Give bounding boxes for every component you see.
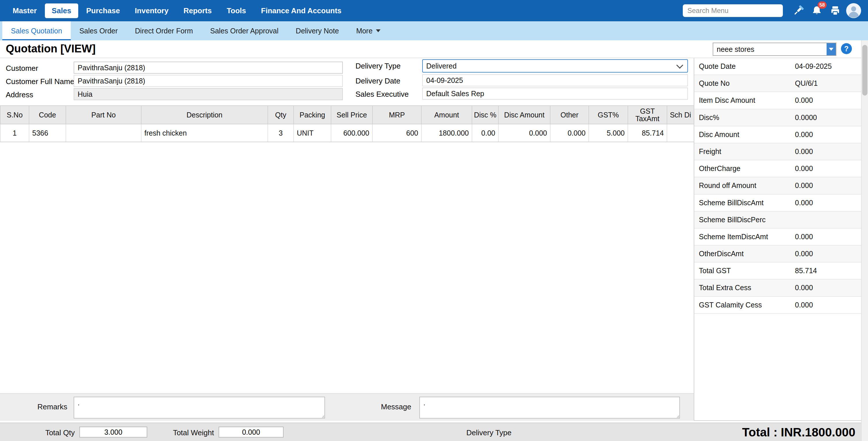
- print-icon[interactable]: [827, 2, 844, 19]
- help-button[interactable]: ?: [841, 43, 852, 54]
- summary-value: 0.000: [795, 249, 813, 258]
- customer-input[interactable]: [74, 62, 343, 74]
- summary-label: Disc%: [699, 113, 719, 122]
- tab-delivery-note[interactable]: Delivery Note: [287, 21, 347, 40]
- tab-sales-order-approval[interactable]: Sales Order Approval: [202, 21, 287, 40]
- summary-value: 0.000: [795, 301, 813, 309]
- summary-row-disc: Disc%0.0000: [694, 109, 861, 126]
- sales-executive-label: Sales Executive: [355, 90, 409, 99]
- notifications-bell-icon[interactable]: 58: [808, 2, 826, 19]
- table-cell: 5.000: [589, 124, 628, 142]
- summary-label: OtherDiscAmt: [699, 249, 744, 258]
- summary-label: Scheme ItemDiscAmt: [699, 233, 768, 241]
- page-title: Quotation [VIEW]: [6, 42, 95, 55]
- tab-sales-quotation[interactable]: Sales Quotation: [2, 21, 71, 40]
- total-weight-input[interactable]: [219, 427, 284, 438]
- nav-item-sales[interactable]: Sales: [45, 3, 78, 18]
- summary-row-quote-no: Quote NoQU/6/1: [694, 75, 861, 92]
- customer-label: Customer: [6, 64, 38, 73]
- summary-row-otherdiscamt: OtherDiscAmt0.000: [694, 245, 861, 263]
- tab-label: Delivery Note: [296, 27, 339, 35]
- grand-total: Total : INR.1800.000: [742, 425, 855, 439]
- vertical-scrollbar[interactable]: [861, 40, 868, 441]
- delivery-date-label: Delivery Date: [355, 77, 400, 86]
- delivery-type-select[interactable]: Delivered: [422, 59, 688, 72]
- nav-menu: MasterSalesPurchaseInventoryReportsTools…: [6, 3, 348, 18]
- address-label: Address: [6, 90, 33, 99]
- summary-label: Total Extra Cess: [699, 284, 751, 292]
- tab-label: Direct Order Form: [135, 27, 193, 35]
- summary-value: 04-09-2025: [795, 62, 832, 70]
- user-avatar[interactable]: [845, 2, 862, 19]
- store-dropdown-arrow-icon[interactable]: [827, 43, 836, 55]
- tab-direct-order-form[interactable]: Direct Order Form: [126, 21, 201, 40]
- message-textarea[interactable]: .: [419, 397, 680, 418]
- tools-icon-svg: [792, 4, 805, 17]
- erp-window: MasterSalesPurchaseInventoryReportsTools…: [0, 0, 868, 441]
- footer-delivery-type-label: Delivery Type: [446, 428, 532, 437]
- table-cell: fresh chicken: [141, 124, 268, 142]
- summary-value: 0.000: [795, 284, 813, 292]
- tab-label: Sales Quotation: [11, 27, 62, 35]
- remarks-label: Remarks: [6, 403, 67, 411]
- table-cell: 1: [0, 124, 29, 142]
- customer-full-name-label: Customer Full Name: [6, 77, 74, 86]
- column-header-mrp: MRP: [372, 106, 421, 124]
- nav-item-reports[interactable]: Reports: [177, 3, 219, 18]
- items-table: S.NoCodePart NoDescriptionQtyPackingSell…: [0, 105, 694, 142]
- summary-label: OtherCharge: [699, 165, 741, 173]
- summary-label: Quote No: [699, 79, 730, 88]
- nav-item-tools[interactable]: Tools: [220, 3, 253, 18]
- table-body: 15366fresh chicken3UNIT600.0006001800.00…: [0, 124, 694, 142]
- summary-value: 0.000: [795, 181, 813, 190]
- scrollbar-thumb[interactable]: [862, 45, 867, 95]
- summary-row-scheme-billdiscperc: Scheme BillDiscPerc: [694, 212, 861, 229]
- column-header-sch-di: Sch Di: [667, 106, 694, 124]
- summary-label: Disc Amount: [699, 130, 739, 139]
- summary-value: 0.000: [795, 147, 813, 156]
- nav-item-finance-and-accounts[interactable]: Finance And Accounts: [254, 3, 348, 18]
- table-cell: 600.000: [331, 124, 372, 142]
- column-header-code: Code: [29, 106, 66, 124]
- table-cell: [66, 124, 141, 142]
- notes-strip: Remarks . Message .: [0, 393, 694, 421]
- summary-value: QU/6/1: [795, 79, 818, 88]
- tools-icon[interactable]: [790, 2, 807, 19]
- delivery-date-input[interactable]: [422, 74, 688, 86]
- delivery-type-value: Delivered: [423, 62, 457, 70]
- table-cell: [667, 124, 694, 142]
- search-input[interactable]: [683, 4, 783, 17]
- nav-item-inventory[interactable]: Inventory: [128, 3, 176, 18]
- total-qty-input[interactable]: [80, 427, 147, 438]
- address-input[interactable]: [74, 88, 343, 100]
- nav-item-purchase[interactable]: Purchase: [80, 3, 127, 18]
- summary-row-scheme-billdiscamt: Scheme BillDiscAmt0.000: [694, 195, 861, 212]
- summary-label: Item Disc Amount: [699, 96, 755, 105]
- nav-item-master[interactable]: Master: [6, 3, 44, 18]
- summary-row-quote-date: Quote Date04-09-2025: [694, 58, 861, 75]
- table-header-row: S.NoCodePart NoDescriptionQtyPackingSell…: [0, 106, 694, 124]
- tab-sales-order[interactable]: Sales Order: [71, 21, 126, 40]
- tab-more[interactable]: More: [347, 21, 389, 40]
- column-header-qty: Qty: [268, 106, 293, 124]
- summary-label: Scheme BillDiscAmt: [699, 199, 764, 207]
- column-header-disc: Disc %: [472, 106, 498, 124]
- customer-full-name-input[interactable]: [74, 75, 343, 87]
- remarks-textarea[interactable]: .: [74, 397, 325, 418]
- module-tab-bar: Sales QuotationSales OrderDirect Order F…: [0, 21, 868, 40]
- total-weight-label: Total Weight: [170, 428, 214, 437]
- column-header-amount: Amount: [421, 106, 472, 124]
- total-qty-label: Total Qty: [34, 428, 75, 437]
- chevron-down-icon: [376, 29, 380, 32]
- column-header-description: Description: [141, 106, 268, 124]
- store-selector-value: neee stores: [713, 45, 827, 54]
- summary-row-gst-calamity-cess: GST Calamity Cess0.000: [694, 297, 861, 314]
- store-selector[interactable]: neee stores: [713, 42, 836, 56]
- message-label: Message: [348, 403, 411, 411]
- summary-value: 0.000: [795, 165, 813, 173]
- sales-executive-input[interactable]: [422, 88, 688, 99]
- column-header-other: Other: [550, 106, 589, 124]
- summary-value: 0.000: [795, 199, 813, 207]
- table-row[interactable]: 15366fresh chicken3UNIT600.0006001800.00…: [0, 124, 694, 142]
- table-cell: 600: [372, 124, 421, 142]
